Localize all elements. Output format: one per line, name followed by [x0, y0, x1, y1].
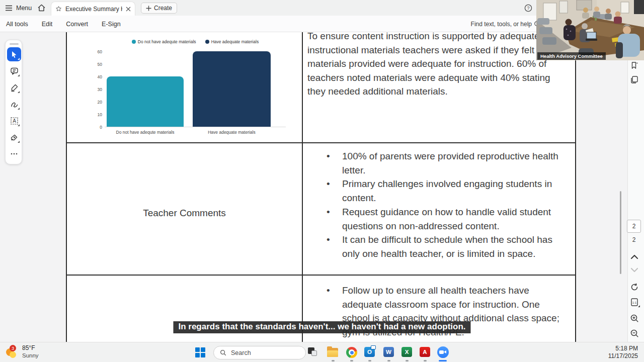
quick-tools-panel: A — [5, 40, 22, 164]
x-axis-label: Have adequate materials — [193, 130, 271, 135]
running-indicator — [350, 360, 353, 361]
more-tools-button[interactable] — [7, 147, 21, 161]
comment-icon — [10, 67, 19, 75]
file-explorer-button[interactable] — [327, 347, 338, 357]
bar-chart: Do not have adequte materials Have adequ… — [105, 52, 286, 127]
page-number-input[interactable]: 2 — [627, 220, 641, 233]
comment-tool-button[interactable] — [7, 64, 21, 78]
home-icon[interactable] — [37, 4, 46, 12]
table-border — [302, 32, 303, 342]
video-caption-label: Health Advisory Committee — [537, 52, 606, 60]
page-thumbnails-icon[interactable] — [630, 75, 638, 84]
menu-label: Menu — [16, 5, 32, 12]
menu-button[interactable]: Menu — [5, 0, 32, 16]
legend-label: Do not have adequte materials — [138, 39, 196, 44]
clock-date: 11/17/2025 — [608, 352, 638, 360]
start-button[interactable] — [195, 347, 205, 357]
envelope-icon — [371, 345, 376, 349]
table-border — [575, 32, 576, 342]
hamburger-icon — [5, 5, 13, 11]
excel-button[interactable]: X — [401, 347, 412, 357]
zoom-icon — [437, 346, 449, 358]
menu-edit[interactable]: Edit — [42, 21, 53, 28]
live-caption: In regards that the standards haven't...… — [173, 321, 470, 333]
create-label: Create — [154, 5, 172, 12]
signature-pen-icon — [10, 133, 19, 142]
running-indicator — [332, 360, 335, 361]
bookmark-icon[interactable] — [630, 61, 638, 69]
y-tick: 40 — [81, 74, 102, 79]
search-label: Search — [231, 349, 251, 356]
chrome-icon — [346, 347, 357, 358]
y-tick: 50 — [81, 62, 102, 67]
close-tab-icon[interactable] — [126, 7, 131, 12]
select-tool-button[interactable] — [7, 47, 21, 61]
actual-size-icon[interactable]: 1:1 — [630, 298, 639, 307]
highlight-tool-button[interactable] — [7, 80, 21, 95]
star-icon[interactable] — [55, 6, 62, 12]
tab-title: Executive Summary Hea... — [65, 6, 122, 13]
add-text-tool-button[interactable]: A — [7, 114, 21, 128]
y-tick: 60 — [81, 49, 102, 54]
running-indicator — [406, 360, 409, 361]
find-text-box[interactable]: Find text, tools, or help — [471, 16, 532, 32]
search-icon — [220, 349, 226, 356]
chrome-button[interactable] — [346, 347, 357, 358]
bullet-item: Request guidance on how to handle valid … — [326, 205, 562, 233]
outlook-button[interactable]: O — [364, 347, 375, 357]
teacher-comments-cell: Teacher Comments — [67, 143, 302, 275]
windows-taskbar: 3 85°F Sunny Search O W — [0, 342, 644, 362]
svg-text:1:1: 1:1 — [632, 301, 637, 304]
plus-icon — [146, 6, 151, 11]
legend-dot — [132, 40, 136, 44]
next-page-icon[interactable] — [630, 267, 638, 273]
task-view-button[interactable] — [308, 347, 318, 356]
weather-icon: 3 — [6, 347, 19, 360]
x-axis-label: Do not have adequte materials — [107, 130, 184, 135]
taskbar-search[interactable]: Search — [213, 346, 306, 359]
weather-condition: Sunny — [22, 352, 39, 358]
legend-dot — [205, 40, 209, 44]
menu-esign[interactable]: E-Sign — [102, 21, 121, 28]
outlook-icon: O — [364, 347, 375, 357]
taskbar-clock[interactable]: 5:18 PM 11/17/2025 — [608, 345, 638, 360]
active-indicator — [439, 360, 447, 361]
zoom-in-icon[interactable] — [630, 314, 639, 323]
word-button[interactable]: W — [383, 347, 394, 357]
y-tick: 30 — [81, 87, 102, 92]
text-box-icon: A — [10, 117, 19, 125]
scrollbar-thumb[interactable] — [620, 191, 621, 274]
document-workspace[interactable]: Do not have adequte materials Have adequ… — [0, 32, 644, 342]
bullet-item: Primary challenges involved engaging stu… — [326, 177, 562, 205]
weather-widget[interactable]: 3 85°F Sunny — [6, 344, 39, 360]
create-tab-button[interactable]: Create — [141, 3, 177, 14]
bar-have-materials — [193, 51, 271, 127]
previous-page-icon[interactable] — [630, 254, 638, 260]
fill-sign-tool-button[interactable] — [7, 130, 21, 144]
acrobat-icon: A — [420, 347, 430, 357]
zoom-app-button[interactable] — [437, 346, 449, 358]
refresh-icon[interactable] — [630, 283, 639, 292]
document-tab[interactable]: Executive Summary Hea... — [51, 2, 135, 16]
help-icon[interactable]: ? — [524, 4, 532, 12]
chart-legend: Do not have adequte materials Have adequ… — [105, 39, 286, 44]
meeting-video-overlay[interactable]: Health Advisory Committee — [536, 0, 644, 60]
menu-convert[interactable]: Convert — [66, 21, 88, 28]
document-paragraph: To ensure content instruction is support… — [307, 32, 569, 99]
teacher-comments-bullets: 100% of parents were provided reproducti… — [326, 149, 562, 261]
cursor-icon — [10, 50, 18, 58]
chart-y-axis: 60 50 40 30 20 10 0 — [81, 49, 102, 135]
notification-badge: 3 — [10, 345, 16, 351]
draw-tool-button[interactable] — [7, 97, 21, 111]
panel-drag-handle[interactable] — [10, 43, 19, 45]
bar-do-not-have-materials — [107, 76, 184, 127]
running-indicator — [424, 360, 427, 361]
excel-icon: X — [401, 347, 412, 357]
highlighter-icon — [10, 83, 19, 92]
menu-all-tools[interactable]: All tools — [6, 21, 28, 28]
draw-icon — [10, 100, 19, 109]
zoom-out-icon[interactable] — [630, 329, 639, 338]
bullet-item: 100% of parents were provided reproducti… — [326, 149, 562, 177]
conference-room-video — [536, 0, 644, 60]
acrobat-button[interactable]: A — [420, 347, 430, 357]
